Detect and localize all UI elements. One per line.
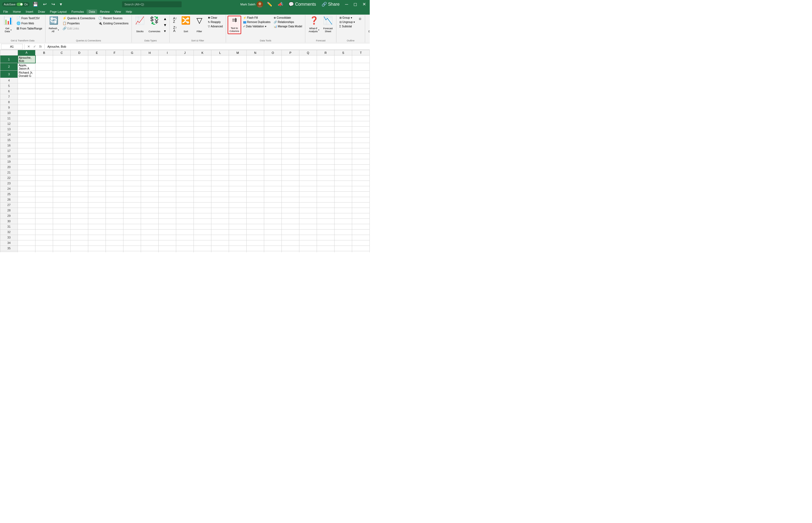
redo-button[interactable]: ↪ — [50, 2, 57, 7]
cell-k16[interactable] — [194, 143, 211, 148]
cell-c26[interactable] — [53, 197, 71, 202]
cell-n12[interactable] — [246, 121, 264, 126]
cell-b2[interactable] — [35, 63, 53, 71]
cell-e5[interactable] — [88, 83, 106, 89]
cell-l27[interactable] — [211, 202, 229, 208]
cell-g16[interactable] — [124, 143, 141, 148]
cell-f18[interactable] — [106, 154, 124, 159]
cell-f8[interactable] — [106, 100, 124, 105]
cell-n1[interactable] — [246, 55, 264, 63]
cell-g24[interactable] — [124, 186, 141, 192]
cell-h28[interactable] — [141, 208, 159, 213]
cell-n26[interactable] — [246, 197, 264, 202]
cell-c36[interactable] — [53, 251, 71, 252]
filter-button[interactable]: ▽ Filter — [193, 16, 206, 34]
cell-i1[interactable] — [159, 55, 176, 63]
from-table-button[interactable]: ⊞ From Table/Range — [15, 26, 43, 31]
cell-t10[interactable] — [352, 110, 370, 115]
cell-h19[interactable] — [141, 159, 159, 164]
cell-b27[interactable] — [35, 202, 53, 208]
cell-o22[interactable] — [264, 175, 282, 181]
cell-m5[interactable] — [229, 83, 246, 89]
cell-t31[interactable] — [352, 224, 370, 229]
cell-h30[interactable] — [141, 218, 159, 224]
cell-r31[interactable] — [317, 224, 335, 229]
cell-d3[interactable] — [71, 70, 88, 78]
sort-za-button[interactable]: Z↑A — [171, 25, 179, 34]
cell-e3[interactable] — [88, 70, 106, 78]
cell-g6[interactable] — [124, 89, 141, 94]
cell-d31[interactable] — [71, 224, 88, 229]
cell-q11[interactable] — [299, 115, 317, 121]
cell-t25[interactable] — [352, 192, 370, 197]
cell-s18[interactable] — [335, 154, 352, 159]
cell-b23[interactable] — [35, 181, 53, 186]
cell-m18[interactable] — [229, 154, 246, 159]
get-data-button[interactable]: 📊 GetData ▾ — [2, 16, 15, 34]
cell-p16[interactable] — [282, 143, 299, 148]
cell-o36[interactable] — [264, 251, 282, 252]
cell-t11[interactable] — [352, 115, 370, 121]
recent-sources-button[interactable]: 🕐 Recent Sources — [97, 16, 130, 21]
formula-cancel-button[interactable]: ✕ — [26, 45, 31, 49]
cell-p32[interactable] — [282, 229, 299, 235]
cell-f14[interactable] — [106, 132, 124, 137]
col-header-F[interactable]: F — [106, 50, 124, 55]
menu-home[interactable]: Home — [11, 10, 23, 14]
cell-r18[interactable] — [317, 154, 335, 159]
cell-d7[interactable] — [71, 94, 88, 100]
cell-q31[interactable] — [299, 224, 317, 229]
cell-r34[interactable] — [317, 240, 335, 246]
cell-p22[interactable] — [282, 175, 299, 181]
cell-s35[interactable] — [335, 246, 352, 251]
text-to-columns-button[interactable]: ⇉ Text toColumns — [228, 16, 241, 34]
cell-h31[interactable] — [141, 224, 159, 229]
cell-h2[interactable] — [141, 63, 159, 71]
cell-j25[interactable] — [176, 192, 194, 197]
cell-j17[interactable] — [176, 148, 194, 154]
cell-u21[interactable] — [370, 170, 370, 175]
cell-f22[interactable] — [106, 175, 124, 181]
cell-k14[interactable] — [194, 132, 211, 137]
cell-g22[interactable] — [124, 175, 141, 181]
cell-l22[interactable] — [211, 175, 229, 181]
cell-h16[interactable] — [141, 143, 159, 148]
cell-k4[interactable] — [194, 78, 211, 83]
cell-e24[interactable] — [88, 186, 106, 192]
cell-t8[interactable] — [352, 100, 370, 105]
cell-p15[interactable] — [282, 137, 299, 143]
cell-q3[interactable] — [299, 70, 317, 78]
cell-n15[interactable] — [246, 137, 264, 143]
cell-n34[interactable] — [246, 240, 264, 246]
cell-l30[interactable] — [211, 218, 229, 224]
cell-p6[interactable] — [282, 89, 299, 94]
cell-h4[interactable] — [141, 78, 159, 83]
cell-j5[interactable] — [176, 83, 194, 89]
cell-b25[interactable] — [35, 192, 53, 197]
cell-n7[interactable] — [246, 94, 264, 100]
save-button[interactable]: 💾 — [31, 2, 40, 7]
cell-l7[interactable] — [211, 94, 229, 100]
cell-a3[interactable]: Richard Jr, Donald G — [18, 70, 35, 78]
cell-p12[interactable] — [282, 121, 299, 126]
cell-g35[interactable] — [124, 246, 141, 251]
cell-r8[interactable] — [317, 100, 335, 105]
cell-c12[interactable] — [53, 121, 71, 126]
what-if-analysis-button[interactable]: ❓ What-IfAnalysis ▾ — [307, 16, 321, 34]
cell-a8[interactable] — [18, 100, 35, 105]
cell-q33[interactable] — [299, 235, 317, 240]
cell-b7[interactable] — [35, 94, 53, 100]
cell-g26[interactable] — [124, 197, 141, 202]
cell-u32[interactable] — [370, 229, 370, 235]
cell-c16[interactable] — [53, 143, 71, 148]
cell-b32[interactable] — [35, 229, 53, 235]
cell-m26[interactable] — [229, 197, 246, 202]
cell-h18[interactable] — [141, 154, 159, 159]
cell-q2[interactable] — [299, 63, 317, 71]
cell-q12[interactable] — [299, 121, 317, 126]
cell-k33[interactable] — [194, 235, 211, 240]
cell-d36[interactable] — [71, 251, 88, 252]
cell-a11[interactable] — [18, 115, 35, 121]
cell-a21[interactable] — [18, 170, 35, 175]
stocks-button[interactable]: 📈 Stocks — [133, 16, 146, 34]
